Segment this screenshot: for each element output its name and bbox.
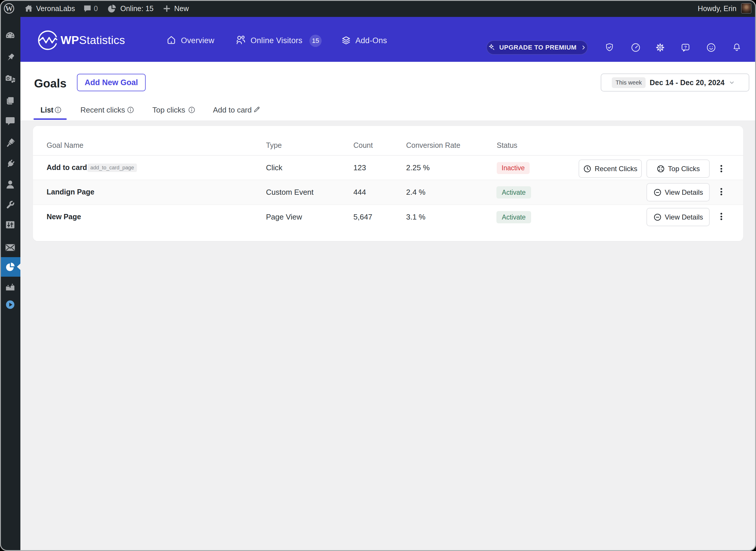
svg-text:?: ? <box>684 45 687 50</box>
svg-text:W: W <box>5 4 13 13</box>
